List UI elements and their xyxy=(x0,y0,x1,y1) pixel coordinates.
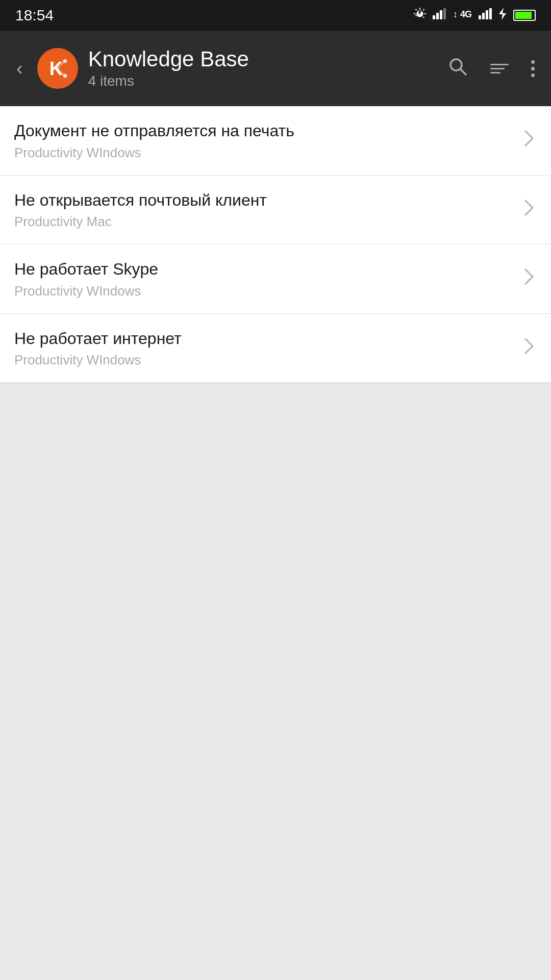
back-button[interactable]: ‹ xyxy=(12,54,27,84)
list-item-content: Документ не отправляется на печать Produ… xyxy=(14,120,515,161)
app-subtitle: 4 items xyxy=(88,73,433,89)
list-item-content: Не работает интернет Productivity WIndow… xyxy=(14,328,515,369)
chevron-right-icon xyxy=(523,199,535,221)
svg-text:↕: ↕ xyxy=(453,9,457,19)
list-item-content: Не работает Skype Productivity WIndows xyxy=(14,259,515,299)
knowledge-base-list: Документ не отправляется на печать Produ… xyxy=(0,106,551,383)
svg-rect-6 xyxy=(479,15,481,19)
list-item[interactable]: Не работает интернет Productivity WIndow… xyxy=(0,314,551,383)
signal-icon-2 xyxy=(479,8,493,22)
list-item[interactable]: Не открывается почтовый клиент Productiv… xyxy=(0,176,551,245)
svg-rect-7 xyxy=(482,13,485,19)
chevron-right-icon xyxy=(523,267,535,290)
network-type-icon: ↕ 4G xyxy=(453,8,472,22)
svg-rect-2 xyxy=(440,10,442,19)
svg-rect-1 xyxy=(436,13,439,19)
app-bar: ‹ K Knowledge Base 4 items xyxy=(0,31,551,106)
chevron-right-icon xyxy=(523,129,535,152)
app-title-group: Knowledge Base 4 items xyxy=(88,47,433,89)
status-bar: 18:54 ↕ 4G xyxy=(0,0,551,31)
search-icon[interactable] xyxy=(443,52,472,85)
status-time: 18:54 xyxy=(15,7,54,24)
battery-icon xyxy=(513,10,536,21)
list-item-title: Не работает Skype xyxy=(14,259,515,280)
list-item-subtitle: Productivity WIndows xyxy=(14,352,515,368)
list-item-subtitle: Productivity WIndows xyxy=(14,145,515,161)
list-item[interactable]: Документ не отправляется на печать Produ… xyxy=(0,106,551,176)
signal-icon-1 xyxy=(433,8,447,22)
charging-icon xyxy=(499,8,507,23)
status-icons: ↕ 4G xyxy=(413,7,536,23)
chevron-right-icon xyxy=(523,337,535,359)
app-logo: K xyxy=(37,48,78,89)
app-bar-actions xyxy=(443,52,539,85)
filter-icon[interactable] xyxy=(486,60,513,78)
empty-area xyxy=(0,383,551,980)
list-item-title: Документ не отправляется на печать xyxy=(14,120,515,142)
list-item-content: Не открывается почтовый клиент Productiv… xyxy=(14,190,515,230)
app-title: Knowledge Base xyxy=(88,47,433,71)
list-item-subtitle: Productivity Mac xyxy=(14,214,515,230)
list-item-title: Не работает интернет xyxy=(14,328,515,350)
svg-rect-3 xyxy=(443,8,446,19)
more-options-icon[interactable] xyxy=(527,56,539,81)
list-item-subtitle: Productivity WIndows xyxy=(14,283,515,299)
list-item[interactable]: Не работает Skype Productivity WIndows xyxy=(0,244,551,314)
svg-rect-9 xyxy=(489,8,492,19)
list-item-title: Не открывается почтовый клиент xyxy=(14,190,515,211)
svg-line-17 xyxy=(460,69,466,75)
svg-rect-8 xyxy=(486,10,488,19)
svg-rect-0 xyxy=(433,15,435,19)
svg-text:4G: 4G xyxy=(460,9,471,19)
alarm-icon xyxy=(413,7,427,23)
